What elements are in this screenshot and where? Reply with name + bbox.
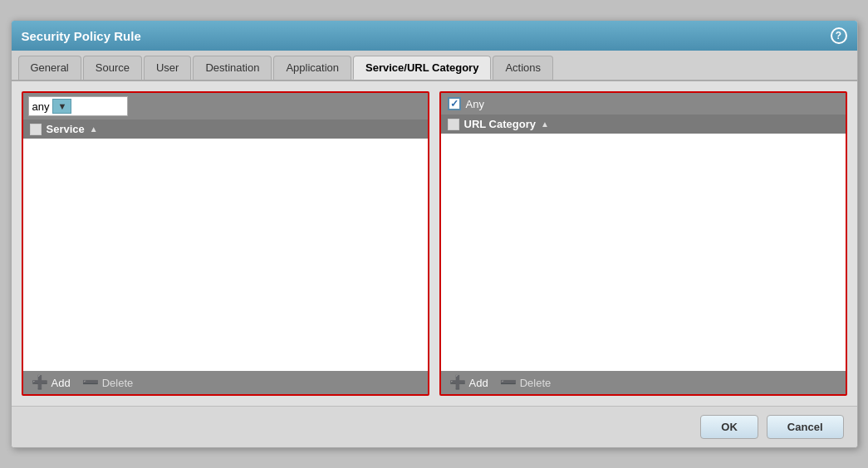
service-select-all-checkbox[interactable]: [30, 124, 42, 135]
tab-source[interactable]: Source: [83, 56, 142, 80]
right-panel-footer: ➕ Add ➖ Delete: [441, 371, 846, 394]
url-delete-icon: ➖: [500, 376, 517, 389]
dropdown-arrow-icon[interactable]: ▼: [52, 99, 71, 114]
service-add-label: Add: [51, 377, 71, 389]
dialog-footer: OK Cancel: [12, 406, 857, 447]
tab-general[interactable]: General: [18, 56, 81, 80]
url-add-label: Add: [469, 377, 488, 389]
tab-actions[interactable]: Actions: [493, 56, 553, 80]
dialog-body: any ▼ Service ▲ ➕ Add ➖ Delete: [12, 81, 857, 406]
tab-application[interactable]: Application: [273, 56, 351, 80]
service-add-button[interactable]: ➕ Add: [32, 376, 71, 389]
service-dropdown[interactable]: any ▼: [28, 96, 128, 116]
url-add-icon: ➕: [449, 376, 466, 389]
dropdown-value: any: [32, 100, 50, 113]
any-checkbox[interactable]: [448, 97, 461, 110]
tab-destination[interactable]: Destination: [193, 56, 272, 80]
help-icon[interactable]: ?: [831, 27, 847, 44]
dialog-header: Security Policy Rule ?: [12, 21, 857, 51]
url-select-all-checkbox[interactable]: [448, 119, 459, 130]
service-list-content: [23, 139, 428, 371]
delete-icon: ➖: [82, 376, 99, 389]
security-policy-rule-dialog: Security Policy Rule ? General Source Us…: [11, 20, 858, 448]
dialog-title: Security Policy Rule: [22, 29, 141, 43]
right-panel: Any URL Category ▲ ➕ Add ➖ Delete: [439, 91, 847, 396]
tabs-bar: General Source User Destination Applicat…: [12, 51, 857, 81]
any-row: Any: [441, 93, 846, 115]
service-delete-button[interactable]: ➖ Delete: [82, 376, 134, 389]
ok-button[interactable]: OK: [700, 415, 758, 439]
any-label: Any: [466, 98, 484, 110]
service-column-label: Service: [47, 123, 85, 135]
service-delete-label: Delete: [102, 377, 134, 389]
url-delete-label: Delete: [520, 377, 552, 389]
left-panel-footer: ➕ Add ➖ Delete: [23, 371, 428, 394]
service-sort-icon[interactable]: ▲: [90, 124, 98, 134]
cancel-button[interactable]: Cancel: [767, 415, 844, 439]
url-category-sort-icon[interactable]: ▲: [541, 119, 549, 129]
left-panel: any ▼ Service ▲ ➕ Add ➖ Delete: [22, 91, 429, 396]
service-column-header: Service ▲: [23, 119, 428, 139]
add-icon: ➕: [32, 376, 48, 389]
url-category-list-content: [441, 134, 846, 371]
url-delete-button[interactable]: ➖ Delete: [500, 376, 552, 389]
url-category-column-header: URL Category ▲: [441, 115, 846, 134]
tab-user[interactable]: User: [144, 56, 191, 80]
url-category-column-label: URL Category: [464, 118, 536, 130]
tab-service-url[interactable]: Service/URL Category: [353, 56, 491, 80]
left-panel-top: any ▼: [23, 93, 428, 119]
url-add-button[interactable]: ➕ Add: [449, 376, 488, 389]
